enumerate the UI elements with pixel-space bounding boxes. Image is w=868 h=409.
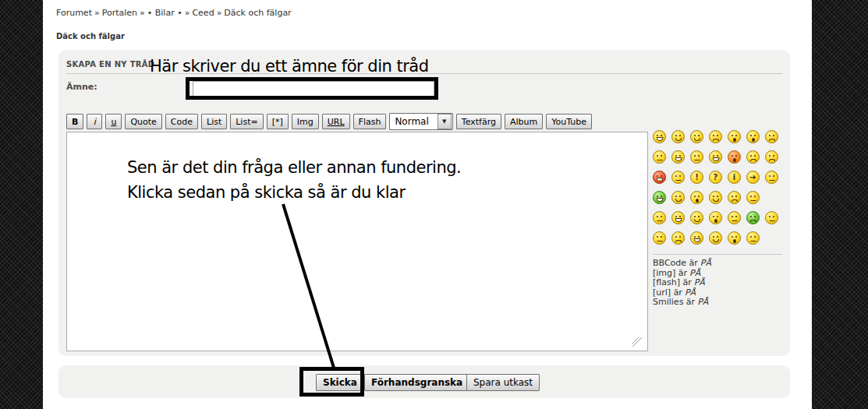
toolbar-button-item[interactable]: [*]	[267, 114, 289, 129]
smiley-tired-icon[interactable]	[765, 211, 778, 224]
toolbar-button-quote[interactable]: Quote	[125, 114, 161, 129]
smiley-idea-icon[interactable]: i	[728, 171, 741, 184]
smiley-mouth	[656, 178, 663, 182]
annotation-box-skicka	[299, 367, 364, 397]
smiley-evil-icon[interactable]	[653, 171, 666, 184]
breadcrumb-separator: »	[94, 8, 100, 18]
smiley-mouth: !	[695, 172, 699, 182]
breadcrumb-item-forumet[interactable]: Forumet	[56, 8, 92, 18]
smiley-geek-icon[interactable]	[690, 191, 703, 204]
smiley-mouth	[656, 198, 663, 202]
toolbar-button-url[interactable]: URL	[322, 114, 350, 129]
toolbar-button-u[interactable]: u	[105, 114, 122, 129]
smiley-sick-icon[interactable]	[746, 211, 760, 224]
breadcrumb-separator: »	[217, 8, 222, 18]
smiley-cheer-icon[interactable]	[690, 231, 703, 245]
toolbar-button-list[interactable]: List	[201, 114, 227, 129]
smiley-drink-icon[interactable]	[709, 231, 722, 245]
smilies-divider	[653, 254, 782, 255]
smiley-angel-icon[interactable]	[709, 191, 722, 204]
breadcrumb-item-ceed[interactable]: Ceed	[192, 8, 214, 18]
toolbar-button-i[interactable]: i	[87, 114, 102, 129]
smiley-smile-icon[interactable]	[671, 130, 685, 143]
smiley-mouth	[733, 138, 736, 142]
toolbar-button-img[interactable]: Img	[292, 114, 319, 129]
left-carbon-border	[0, 0, 43, 409]
smiley-mouth: ➔	[749, 172, 756, 182]
smiley-shocked-icon[interactable]	[728, 130, 741, 143]
bbcode-status-list: BBCode ärPÅ[img] ärPÅ[flash] ärPÅ[url] ä…	[653, 259, 711, 308]
smiley-crying-icon[interactable]	[728, 191, 741, 204]
smiley-lol-icon[interactable]	[671, 150, 685, 164]
subject-label: Ämne:	[66, 82, 97, 92]
toolbar-button-textf-rg[interactable]: Textfärg	[456, 114, 501, 129]
smiley-mouth	[750, 220, 756, 222]
font-size-select-value: Normal	[395, 116, 436, 127]
smiley-wink-icon[interactable]	[690, 130, 703, 143]
smiley-eyes-up-icon[interactable]	[746, 191, 760, 204]
smiley-mrgreen-icon[interactable]	[653, 191, 666, 204]
toolbar-button-code[interactable]: Code	[165, 114, 198, 129]
bbcode-status-label: [flash] är	[653, 277, 692, 287]
smiley-mouth	[713, 199, 719, 202]
smiley-mouth: ?	[714, 172, 718, 182]
toolbar-button-album[interactable]: Album	[505, 114, 543, 129]
smiley-mouth	[714, 219, 717, 223]
smiley-mouth	[675, 138, 682, 141]
smiley-laughing-icon[interactable]	[653, 130, 666, 143]
smiley-rolleyes-icon[interactable]	[671, 171, 685, 184]
spara-utkast-button[interactable]: Spara utkast	[466, 374, 540, 391]
smiley-worried-icon[interactable]	[709, 130, 722, 143]
smiley-bored-icon[interactable]	[728, 211, 741, 224]
smiley-neutral-icon[interactable]	[765, 171, 778, 184]
breadcrumb-item-d-ck-och-f-lgar[interactable]: Däck och fälgar	[224, 8, 291, 18]
smiley-exclaim-icon[interactable]: !	[690, 171, 703, 184]
chevron-down-icon[interactable]: ▼	[438, 114, 452, 129]
smiley-row	[653, 211, 778, 224]
smiley-mouth	[694, 219, 700, 222]
smiley-mouth	[769, 180, 774, 181]
bbcode-status-label: [url] är	[653, 287, 682, 298]
smiley-thumbs-down-icon[interactable]	[671, 231, 685, 245]
smiley-cool-icon[interactable]	[653, 150, 666, 164]
toolbar-button-list[interactable]: List=	[230, 114, 263, 129]
bbcode-status-state: PÅ	[694, 277, 705, 287]
smiley-mouth	[769, 159, 775, 161]
bbcode-status-label: [img] är	[653, 268, 687, 278]
smiley-devil-icon[interactable]	[765, 150, 778, 164]
smiley-razz-icon[interactable]	[709, 150, 722, 164]
breadcrumb-item-portalen[interactable]: Portalen	[102, 8, 137, 18]
smiley-ponder-icon[interactable]	[653, 231, 666, 245]
right-carbon-border	[812, 0, 868, 409]
smiley-cool-glasses-icon[interactable]	[671, 191, 685, 204]
smiley-eek-icon[interactable]	[746, 130, 760, 143]
font-size-select[interactable]: Normal▼	[389, 113, 452, 130]
smiley-upset-icon[interactable]	[728, 150, 741, 164]
smiley-mouth	[750, 241, 756, 242]
smiley-mouth	[694, 138, 700, 141]
smiley-row	[653, 130, 778, 143]
smiley-calm-icon[interactable]	[746, 231, 760, 245]
smiley-question-icon[interactable]: ?	[709, 171, 722, 184]
breadcrumb-item-bilar[interactable]: • Bilar •	[147, 8, 182, 18]
smiley-row	[653, 191, 778, 204]
smiley-smug-icon[interactable]	[690, 211, 703, 224]
toolbar-button-flash[interactable]: Flash	[353, 114, 387, 129]
smiley-hmm-icon[interactable]	[653, 211, 666, 224]
smiley-uneasy-icon[interactable]	[765, 130, 778, 143]
smiley-whistle-icon[interactable]	[709, 211, 722, 224]
smiley-mouth	[733, 239, 736, 243]
smiley-monocle-icon[interactable]	[728, 231, 741, 245]
toolbar-button-youtube[interactable]: YouTube	[546, 114, 592, 129]
annotation-subject-note: Här skriver du ett ämne för din tråd	[150, 57, 429, 76]
toolbar-button-b[interactable]: B	[66, 114, 83, 129]
f-rhandsgranska-button[interactable]: Förhandsgranska	[364, 374, 469, 391]
textarea-resize-handle[interactable]	[632, 337, 642, 347]
smiley-mouth	[713, 239, 719, 242]
bbcode-status-state: PÅ	[700, 258, 711, 268]
smiley-mouth	[769, 139, 775, 141]
smiley-sad-icon[interactable]	[746, 150, 760, 164]
smiley-mad-icon[interactable]	[690, 150, 703, 164]
smiley-happy-icon[interactable]	[671, 211, 685, 224]
smiley-arrow-icon[interactable]: ➔	[746, 171, 760, 184]
